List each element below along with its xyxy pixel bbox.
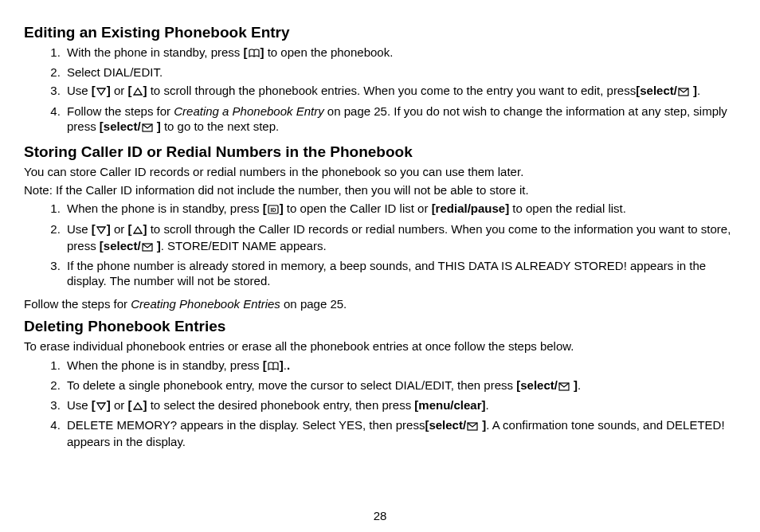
list-item: With the phone in standby, press [] to o… (64, 45, 736, 61)
down-icon (96, 223, 106, 238)
down-icon (96, 84, 106, 100)
list-item: If the phone number is already stored in… (64, 258, 736, 288)
envelope-icon (558, 379, 570, 394)
up-icon (133, 399, 143, 414)
page: Editing an Existing Phonebook Entry With… (0, 0, 760, 532)
list-item: DELETE MEMORY? appears in the display. S… (64, 417, 736, 449)
id-icon: ID (268, 202, 279, 217)
note-text: Note: If the Caller ID information did n… (24, 182, 736, 198)
book-icon (268, 359, 279, 374)
list-deleting: When the phone is in standby, press []..… (24, 358, 736, 450)
heading-editing: Editing an Existing Phonebook Entry (24, 24, 736, 41)
outro-text: Follow the steps for Creating Phonebook … (24, 296, 736, 311)
list-item: Use [] or [] to scroll through the phone… (64, 83, 736, 100)
section-deleting: Deleting Phonebook Entries To erase indi… (24, 318, 736, 449)
section-editing: Editing an Existing Phonebook Entry With… (24, 24, 736, 135)
section-storing: Storing Caller ID or Redial Numbers in t… (24, 143, 736, 312)
intro-text: You can store Caller ID records or redia… (24, 164, 736, 179)
up-icon (133, 84, 143, 100)
heading-storing: Storing Caller ID or Redial Numbers in t… (24, 143, 736, 161)
list-editing: With the phone in standby, press [] to o… (24, 45, 736, 135)
down-icon (96, 399, 106, 414)
page-number: 28 (0, 509, 760, 522)
intro-text: To erase individual phonebook entries or… (24, 338, 736, 354)
list-item: To delete a single phonebook entry, move… (64, 377, 736, 394)
list-storing: When the phone is in standby, press [ID]… (24, 201, 736, 288)
up-icon (133, 223, 143, 238)
book-icon (249, 46, 260, 61)
envelope-icon (142, 240, 153, 255)
list-item: Use [] or [] to select the desired phone… (64, 397, 736, 414)
list-item: Follow the steps for Creating a Phoneboo… (64, 104, 736, 135)
list-item: Select DIAL/EDIT. (64, 65, 736, 80)
heading-deleting: Deleting Phonebook Entries (24, 318, 736, 335)
list-item: Use [] or [] to scroll through the Calle… (64, 221, 736, 255)
envelope-icon (142, 120, 153, 135)
list-item: When the phone is in standby, press [].. (64, 358, 736, 374)
envelope-icon (678, 84, 689, 100)
svg-text:ID: ID (270, 207, 276, 213)
list-item: When the phone is in standby, press [ID]… (64, 201, 736, 217)
envelope-icon (467, 419, 478, 434)
